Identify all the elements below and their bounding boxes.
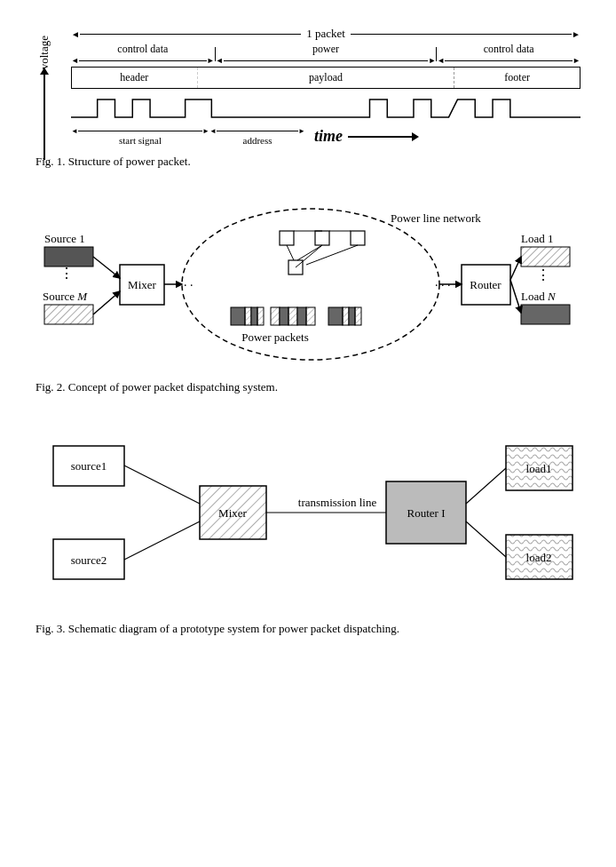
fig2-svg: Source 1 ⋮ Source M Mixer Power line net… xyxy=(36,185,580,371)
waveform xyxy=(71,92,580,123)
svg-line-20 xyxy=(297,245,322,260)
svg-text:· · ·: · · · xyxy=(178,279,193,292)
svg-rect-3 xyxy=(44,247,93,266)
svg-line-60 xyxy=(124,521,200,560)
control-data-right-group: control data ◄ ► xyxy=(437,43,580,65)
control-data-right-label: control data xyxy=(484,43,534,56)
svg-text:Load 1: Load 1 xyxy=(521,232,553,245)
svg-text:⋮: ⋮ xyxy=(536,267,550,282)
svg-rect-6 xyxy=(44,305,93,324)
svg-rect-13 xyxy=(280,231,294,245)
packet-arrow: ◄ 1 packet ► xyxy=(71,27,580,41)
waveform-svg xyxy=(71,92,580,123)
svg-text:Mixer: Mixer xyxy=(128,278,156,291)
packet-row: ◄ 1 packet ► xyxy=(71,27,580,41)
fig1-inner: ◄ 1 packet ► control data ◄ ► power xyxy=(71,27,580,146)
y-axis-arrow xyxy=(43,73,45,160)
power-arrow: ◄ ► xyxy=(216,56,437,65)
start-signal-label: start signal xyxy=(71,135,209,146)
power-group: power ◄ ► xyxy=(216,43,437,65)
svg-line-9 xyxy=(93,257,120,278)
svg-text:Power line network: Power line network xyxy=(391,211,481,225)
time-row: ◄ ► start signal ◄ ► address time xyxy=(71,127,580,146)
svg-text:Source M: Source M xyxy=(43,290,88,303)
time-arrow-svg xyxy=(348,130,419,144)
fig2-container: Source 1 ⋮ Source M Mixer Power line net… xyxy=(36,185,580,371)
address-label: address xyxy=(209,135,305,146)
svg-text:Source 1: Source 1 xyxy=(44,232,85,245)
svg-rect-45 xyxy=(521,305,570,324)
svg-rect-35 xyxy=(355,307,361,325)
svg-rect-14 xyxy=(315,231,329,245)
svg-text:Load N: Load N xyxy=(521,290,557,303)
svg-rect-25 xyxy=(251,307,257,325)
frame-boxes: header payload footer xyxy=(71,67,580,89)
fig1-container: voltage ◄ 1 packet ► control data ◄ ► xyxy=(62,27,580,146)
svg-rect-28 xyxy=(280,307,288,325)
address-group: ◄ ► address xyxy=(209,127,305,146)
svg-text:load1: load1 xyxy=(526,462,552,475)
voltage-label: voltage xyxy=(37,36,51,69)
svg-line-46 xyxy=(510,257,521,280)
svg-rect-23 xyxy=(231,307,245,325)
svg-text:⋮: ⋮ xyxy=(59,266,74,281)
start-signal-group: ◄ ► start signal xyxy=(71,127,209,146)
fig1-caption: Fig. 1. Structure of power packet. xyxy=(36,155,580,169)
payload-box: payload xyxy=(198,68,455,88)
svg-line-70 xyxy=(466,521,506,557)
fig3-caption: Fig. 3. Schematic diagram of a prototype… xyxy=(36,622,580,636)
svg-rect-29 xyxy=(288,307,297,325)
fig3-svg: source1 source2 Mixer transmission line … xyxy=(36,410,580,615)
svg-text:source1: source1 xyxy=(71,459,107,473)
time-label-group: time xyxy=(305,127,580,146)
svg-rect-42 xyxy=(521,247,570,266)
svg-rect-34 xyxy=(349,307,355,325)
svg-rect-30 xyxy=(297,307,306,325)
fig2-caption: Fig. 2. Concept of power packet dispatch… xyxy=(36,380,580,394)
svg-rect-24 xyxy=(245,307,251,325)
svg-line-47 xyxy=(510,280,521,313)
time-label: time xyxy=(314,127,343,146)
svg-text:source2: source2 xyxy=(71,553,107,567)
control-data-right-arrow: ◄ ► xyxy=(437,56,580,65)
svg-line-22 xyxy=(306,245,358,265)
svg-text:Mixer: Mixer xyxy=(218,506,247,520)
svg-text:transmission line: transmission line xyxy=(298,496,377,509)
svg-rect-33 xyxy=(343,307,349,325)
svg-line-19 xyxy=(287,245,294,260)
fig3-container: source1 source2 Mixer transmission line … xyxy=(36,410,580,615)
footer-box: footer xyxy=(454,68,580,88)
svg-marker-1 xyxy=(412,132,419,141)
header-box: header xyxy=(72,68,198,88)
control-data-left-label: control data xyxy=(117,43,168,56)
sub-arrows-row: control data ◄ ► power ◄ ► con xyxy=(71,43,580,65)
fig3-caption-text: Fig. 3. Schematic diagram of a prototype… xyxy=(36,622,399,635)
svg-text:Router I: Router I xyxy=(407,506,446,520)
power-label: power xyxy=(312,43,339,56)
svg-text:Router: Router xyxy=(470,278,501,291)
svg-text:load2: load2 xyxy=(526,551,552,564)
address-arrow-row: ◄ ► xyxy=(209,127,305,135)
svg-rect-31 xyxy=(306,307,315,325)
control-data-left-arrow: ◄ ► xyxy=(71,56,215,65)
y-axis: voltage xyxy=(37,36,51,160)
control-data-left-group: control data ◄ ► xyxy=(71,43,215,65)
svg-line-10 xyxy=(93,291,120,314)
svg-rect-32 xyxy=(328,307,343,325)
svg-text:Power packets: Power packets xyxy=(241,330,308,344)
svg-rect-27 xyxy=(271,307,280,325)
svg-line-59 xyxy=(124,465,200,504)
svg-rect-26 xyxy=(257,307,264,325)
packet-label: 1 packet xyxy=(301,27,351,41)
start-signal-arrow-row: ◄ ► xyxy=(71,127,209,135)
svg-rect-15 xyxy=(351,231,365,245)
svg-line-69 xyxy=(466,468,506,504)
svg-text:· · ·: · · · xyxy=(435,279,451,292)
